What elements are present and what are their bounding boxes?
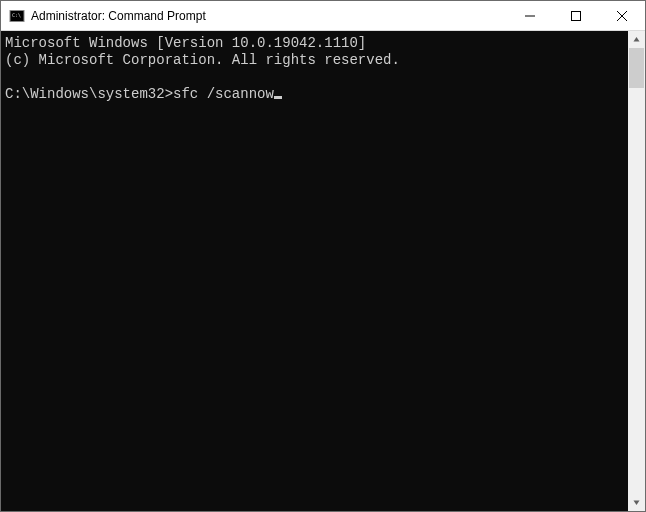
scroll-up-button[interactable] — [628, 31, 645, 48]
scroll-track[interactable] — [628, 48, 645, 494]
prompt-text: C:\Windows\system32> — [5, 86, 173, 102]
svg-rect-3 — [572, 11, 581, 20]
window-title: Administrator: Command Prompt — [31, 9, 206, 23]
minimize-button[interactable] — [507, 1, 553, 30]
command-text: sfc /scannow — [173, 86, 274, 102]
maximize-button[interactable] — [553, 1, 599, 30]
svg-marker-6 — [634, 37, 640, 42]
vertical-scrollbar[interactable] — [628, 31, 645, 511]
text-cursor — [274, 96, 282, 99]
version-line: Microsoft Windows [Version 10.0.19042.11… — [5, 35, 366, 51]
window-controls — [507, 1, 645, 30]
close-button[interactable] — [599, 1, 645, 30]
terminal-output[interactable]: Microsoft Windows [Version 10.0.19042.11… — [1, 31, 628, 511]
command-prompt-window: C:\ Administrator: Command Prompt Micros… — [0, 0, 646, 512]
scroll-thumb[interactable] — [629, 48, 644, 88]
scroll-down-button[interactable] — [628, 494, 645, 511]
client-area: Microsoft Windows [Version 10.0.19042.11… — [1, 31, 645, 511]
app-icon: C:\ — [9, 8, 25, 24]
prompt-line: C:\Windows\system32>sfc /scannow — [5, 86, 282, 102]
copyright-line: (c) Microsoft Corporation. All rights re… — [5, 52, 400, 68]
svg-marker-7 — [634, 501, 640, 506]
titlebar[interactable]: C:\ Administrator: Command Prompt — [1, 1, 645, 31]
svg-text:C:\: C:\ — [12, 12, 21, 18]
